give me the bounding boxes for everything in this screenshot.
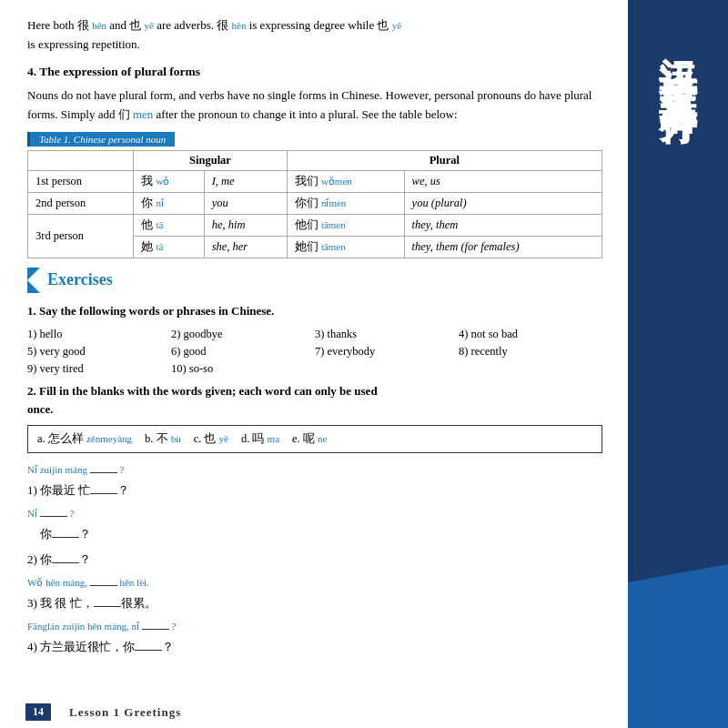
list-item: 7) everybody — [315, 344, 459, 359]
table-label: Table 1. Chinese personal noun — [27, 132, 175, 147]
exercises-header: Exercises — [27, 268, 602, 293]
option-a: a. 怎么样 zěnmeyàng — [37, 431, 132, 447]
list-item: 9) very tired — [27, 361, 171, 377]
fill-question-4: Fānglán zuìjìn hěn máng, nǐ ? 4) 方兰最近很忙，… — [27, 617, 602, 657]
cell-1st-sing-en: I, me — [204, 170, 287, 192]
table-row: 3rd person 他 tā he, him 他们 tāmen they, t… — [28, 214, 602, 236]
cell-2nd-plur-ch: 你们 nǐmen — [287, 192, 404, 214]
cell-3rd-sing-en-1: he, him — [204, 214, 287, 236]
fill-question-1b: Nǐ ? 你？ — [27, 504, 602, 544]
list-item: 3) thanks — [315, 327, 459, 342]
table-label-container: Table 1. Chinese personal noun — [27, 132, 602, 150]
cell-1st-plur-ch: 我们 wǒmen — [287, 170, 404, 192]
cell-1st-sing-ch: 我 wǒ — [134, 170, 204, 192]
cell-3rd-sing-ch-1: 他 tā — [134, 214, 204, 236]
table-row: 2nd person 你 nǐ you 你们 nǐmen you (plural… — [28, 192, 602, 214]
intro-paragraph: Here both 很 hěn and 也 yě are adverbs. 很 … — [27, 16, 602, 55]
exercises-title: Exercises — [47, 270, 113, 289]
cell-1st-plur-en: we, us — [404, 170, 602, 192]
option-c: c. 也 yě — [194, 431, 228, 447]
cell-2nd-plur-en: you (plural) — [404, 192, 602, 214]
table-row: 1st person 我 wǒ I, me 我们 wǒmen we, us — [28, 170, 602, 192]
option-d: d. 吗 ma — [241, 431, 279, 447]
col-header-singular: Singular — [134, 150, 288, 170]
fill-blanks-options: a. 怎么样 zěnmeyàng b. 不 bù c. 也 yě d. 吗 ma… — [27, 425, 602, 453]
sidebar-chinese-text: 汉语拼音英文三语并行 — [657, 27, 699, 82]
option-e: e. 呢 ne — [292, 431, 327, 447]
cell-3rd-plur-ch-2: 她们 tāmen — [287, 236, 404, 258]
cell-2nd-sing-en: you — [204, 192, 287, 214]
list-item: 8) recently — [459, 344, 602, 359]
cell-3rd-plur-ch-1: 他们 tāmen — [287, 214, 404, 236]
section4-text: Nouns do not have plural form, and verbs… — [27, 86, 602, 125]
page-footer: 14 Lesson 1 Greetings — [0, 703, 628, 721]
list-item: 5) very good — [27, 344, 171, 359]
cell-3rd-plur-en-1: they, them — [404, 214, 602, 236]
fill-question-3: Wǒ hěn máng, hěn lèi. 3) 我 很 忙，很累。 — [27, 573, 602, 613]
list-item: 10) so-so — [171, 361, 315, 377]
cell-3rd-plur-en-2: they, them (for females) — [404, 236, 602, 258]
sidebar-ribbon — [628, 564, 728, 728]
sidebar: 汉语拼音英文三语并行 — [628, 0, 728, 728]
cell-3rd-sing-ch-2: 她 tā — [134, 236, 204, 258]
fill-question-2: 2) 你？ — [27, 549, 602, 570]
fill-question-1: Nǐ zuìjìn máng ? 1) 你最近 忙？ — [27, 460, 602, 500]
footer-lesson: Lesson 1 Greetings — [69, 705, 181, 720]
exercise1-heading: 1. Say the following words or phrases in… — [27, 302, 602, 321]
cell-2nd-sing-ch: 你 nǐ — [134, 192, 204, 214]
list-item: 4) not so bad — [459, 327, 602, 342]
row-1st-person: 1st person — [28, 170, 134, 192]
option-b: b. 不 bù — [145, 431, 181, 447]
list-item: 1) hello — [27, 327, 171, 342]
main-content: Here both 很 hěn and 也 yě are adverbs. 很 … — [0, 0, 628, 728]
noun-table: Singular Plural 1st person 我 wǒ I, me 我们… — [27, 150, 602, 258]
row-2nd-person: 2nd person — [28, 192, 134, 214]
row-3rd-person: 3rd person — [28, 214, 134, 258]
col-header-empty — [28, 150, 134, 170]
page-number: 14 — [25, 703, 51, 721]
exercise2-heading: 2. Fill in the blanks with the words giv… — [27, 382, 602, 420]
cell-3rd-sing-en-2: she, her — [204, 236, 287, 258]
list-item: 2) goodbye — [171, 327, 315, 342]
section4-heading: 4. The expression of plural forms — [27, 62, 602, 82]
exercise1-items: 1) hello 2) goodbye 3) thanks 4) not so … — [27, 327, 602, 377]
col-header-plural: Plural — [287, 150, 602, 170]
list-item: 6) good — [171, 344, 315, 359]
exercises-icon — [27, 268, 40, 293]
